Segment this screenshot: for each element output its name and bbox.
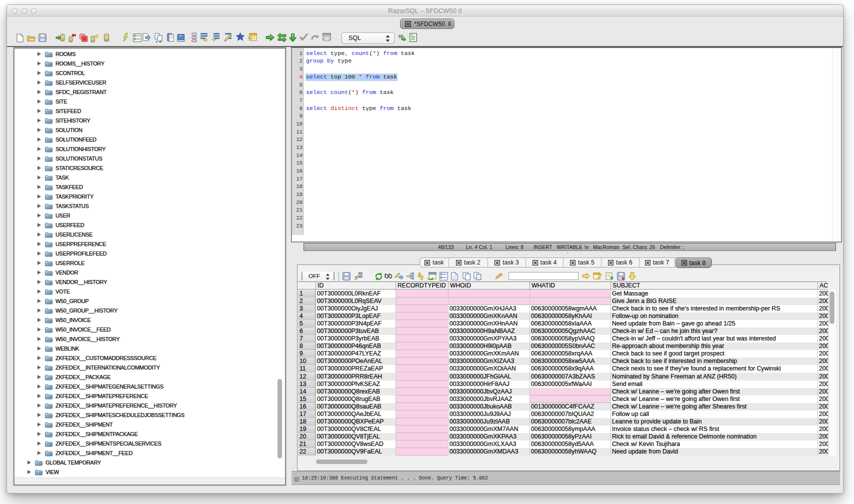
svg-text:66: 66 [398,34,404,39]
